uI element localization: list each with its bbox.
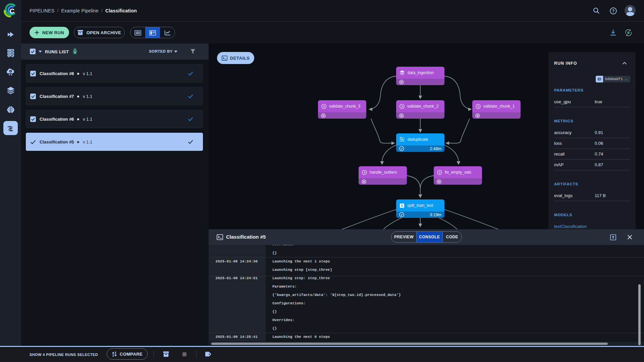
svg-text:λ: λ <box>401 204 403 207</box>
svg-text:?: ? <box>612 9 614 13</box>
svg-text:C: C <box>10 7 14 15</box>
